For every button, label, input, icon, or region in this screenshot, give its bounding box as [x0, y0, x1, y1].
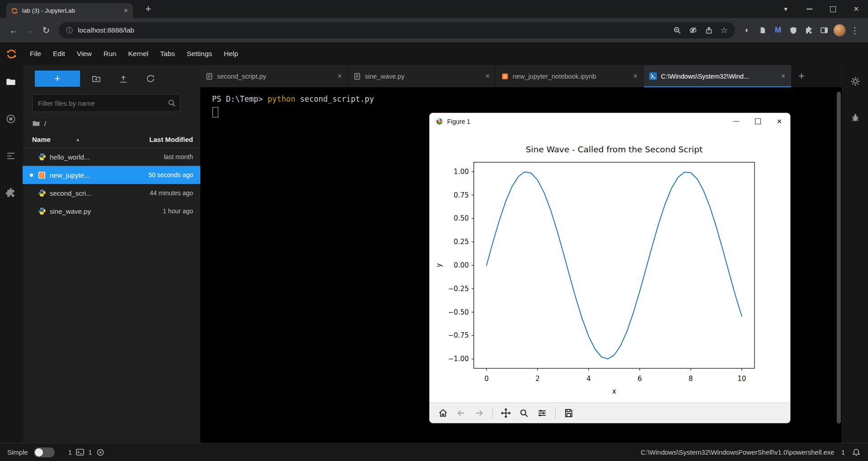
half-circle-icon[interactable]: ◐: [740, 23, 755, 38]
window-close-button[interactable]: ✕: [844, 0, 868, 18]
new-tab-button[interactable]: +: [141, 2, 156, 16]
gmail-m-icon[interactable]: M: [770, 23, 786, 38]
simple-mode-toggle[interactable]: [34, 447, 55, 457]
avatar[interactable]: [832, 23, 847, 38]
terminal-scrollbar[interactable]: [836, 89, 841, 441]
back-button[interactable]: ←: [5, 22, 22, 38]
terminal-line: PS D:\Temp> python second_script.py: [212, 94, 374, 103]
chart-title: Sine Wave - Called from the Second Scrip…: [526, 145, 703, 154]
terminals-count: 1: [68, 448, 72, 456]
interpreter-path[interactable]: C:\Windows\System32\WindowsPowerShell\v1…: [641, 448, 835, 456]
figure-close-button[interactable]: ✕: [769, 113, 790, 130]
menu-edit[interactable]: Edit: [47, 42, 71, 65]
menu-help[interactable]: Help: [218, 42, 244, 65]
filter-input[interactable]: [32, 94, 180, 112]
tab-notebook[interactable]: new_jupyter_notebook.ipynb ✕: [496, 65, 643, 87]
file-row[interactable]: sine_wave.py 1 hour ago: [23, 202, 200, 220]
settings-gear-icon[interactable]: [850, 76, 860, 86]
zoom-in-icon[interactable]: [673, 26, 681, 34]
figure-maximize-button[interactable]: [747, 113, 769, 130]
menu-file[interactable]: File: [24, 42, 47, 65]
document-icon[interactable]: [755, 23, 770, 38]
share-icon[interactable]: [705, 26, 713, 34]
scrollbar-thumb[interactable]: [837, 92, 841, 423]
tab-close-icon[interactable]: ✕: [337, 73, 342, 80]
shield-icon[interactable]: [786, 23, 801, 38]
text-editor-icon: [354, 73, 361, 80]
zoom-rect-icon[interactable]: [516, 405, 532, 422]
window-minimize-button[interactable]: [797, 0, 821, 18]
address-bar[interactable]: ⓘ localhost:8888/lab ☆: [59, 22, 735, 38]
tab-second-script[interactable]: second_script.py ✕: [200, 65, 348, 87]
new-launcher-button[interactable]: +: [35, 71, 80, 87]
tab-close-icon[interactable]: ✕: [485, 73, 490, 80]
figure-window[interactable]: Figure 1 ✕ Sine Wave - Called from the S…: [429, 113, 791, 423]
tab-close-icon[interactable]: ✕: [781, 73, 786, 80]
tab-label: C:\Windows\System32\Wind...: [661, 73, 777, 80]
terminal-panel[interactable]: PS D:\Temp> python second_script.py Figu…: [200, 87, 842, 443]
tab-close-icon[interactable]: ✕: [123, 7, 128, 14]
add-tab-button[interactable]: +: [792, 65, 811, 87]
new-folder-icon[interactable]: [85, 71, 107, 87]
file-modified: 1 hour ago: [163, 207, 193, 215]
session-counts[interactable]: 1 1: [68, 448, 104, 456]
forward-icon[interactable]: [471, 405, 487, 422]
figure-canvas[interactable]: Sine Wave - Called from the Second Scrip…: [429, 130, 790, 402]
file-row-selected[interactable]: new_jupyte... 50 seconds ago: [23, 166, 200, 184]
upload-icon[interactable]: [113, 71, 134, 87]
browser-titlebar: lab (3) - JupyterLab ✕ + ▾ ✕: [0, 0, 868, 18]
reload-button[interactable]: ↻: [38, 22, 54, 38]
menu-kernel[interactable]: Kernel: [122, 42, 154, 65]
eye-off-icon[interactable]: [689, 26, 697, 34]
file-row[interactable]: second_scri... 44 minutes ago: [23, 184, 200, 202]
powershell-icon: [649, 72, 657, 80]
breadcrumb-root[interactable]: /: [44, 120, 46, 127]
home-icon[interactable]: [435, 405, 451, 422]
refresh-icon[interactable]: [140, 71, 161, 87]
python-file-icon: [38, 189, 48, 197]
forward-button[interactable]: →: [22, 22, 38, 38]
notifications-count: 1: [841, 448, 845, 456]
pan-icon[interactable]: [498, 405, 514, 422]
table-of-contents-icon[interactable]: [5, 151, 16, 161]
configure-subplots-icon[interactable]: [534, 405, 550, 422]
save-icon[interactable]: [561, 405, 577, 422]
tab-sine-wave[interactable]: sine_wave.py ✕: [348, 65, 495, 87]
text-editor-icon: [206, 73, 213, 80]
tab-search-chevron-icon[interactable]: ▾: [774, 0, 797, 18]
browser-tab[interactable]: lab (3) - JupyterLab ✕: [6, 3, 133, 18]
terminal-icon: [76, 448, 84, 456]
tab-terminal-active[interactable]: C:\Windows\System32\Wind... ✕: [644, 65, 791, 87]
menu-tabs[interactable]: Tabs: [154, 42, 181, 65]
column-last-modified[interactable]: Last Modified: [149, 136, 193, 143]
window-maximize-button[interactable]: [821, 0, 844, 18]
file-row[interactable]: hello_world... last month: [23, 148, 200, 166]
menu-run[interactable]: Run: [98, 42, 122, 65]
kebab-menu-icon[interactable]: ⋮: [847, 23, 863, 38]
extensions-puzzle-icon[interactable]: [801, 23, 816, 38]
tab-close-icon[interactable]: ✕: [633, 73, 638, 80]
y-tick-label: −0.25: [448, 285, 469, 293]
column-name[interactable]: Name: [32, 136, 51, 143]
browser-navbar: ← → ↻ ⓘ localhost:8888/lab ☆ ◐ M ⋮: [0, 18, 868, 42]
sort-caret-up-icon[interactable]: ▲: [76, 137, 80, 142]
file-list-header: Name ▲ Last Modified: [23, 131, 200, 148]
running-sessions-icon[interactable]: [5, 113, 16, 124]
menu-view[interactable]: View: [71, 42, 98, 65]
site-info-icon[interactable]: ⓘ: [66, 26, 73, 35]
search-icon[interactable]: [168, 99, 176, 109]
extension-manager-icon[interactable]: [5, 188, 16, 198]
figure-minimize-button[interactable]: [725, 113, 747, 130]
notebook-icon: [501, 73, 509, 80]
figure-titlebar[interactable]: Figure 1 ✕: [429, 113, 790, 130]
bookmark-star-icon[interactable]: ☆: [721, 25, 728, 35]
notebook-file-icon: [38, 171, 48, 179]
side-panel-icon[interactable]: [816, 23, 832, 38]
file-browser-icon[interactable]: [5, 76, 16, 87]
statusbar-right: C:\Windows\System32\WindowsPowerShell\v1…: [641, 448, 861, 457]
debugger-bug-icon[interactable]: [850, 113, 860, 122]
menu-settings[interactable]: Settings: [181, 42, 218, 65]
back-icon[interactable]: [453, 405, 469, 422]
bell-icon[interactable]: [852, 448, 861, 457]
breadcrumb[interactable]: /: [32, 119, 200, 127]
